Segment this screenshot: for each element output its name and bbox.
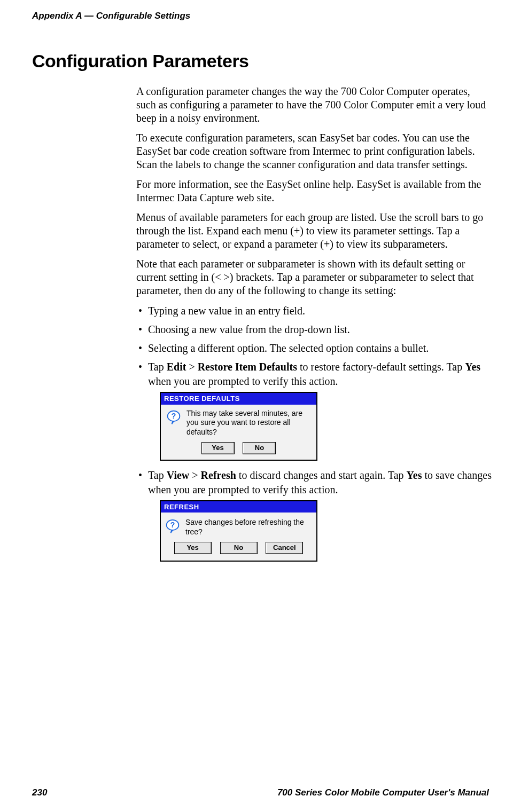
no-button[interactable]: No [220, 542, 258, 554]
paragraph: Menus of available parameters for each g… [136, 211, 492, 251]
refresh-dialog: REFRESH ? Save changes before refreshing… [160, 500, 317, 562]
dialog-message: Save changes before refreshing the tree? [185, 518, 312, 537]
bullet-text: Selecting a different option. The select… [148, 342, 429, 354]
yes-button[interactable]: Yes [174, 542, 212, 554]
manual-title: 700 Series Color Mobile Computer User's … [277, 787, 489, 798]
page-number: 230 [32, 787, 47, 798]
menu-restore-item-defaults: Restore Item Defaults [198, 361, 297, 373]
dialog-message: This may take several minutes, are you s… [186, 409, 311, 437]
bullet-text: Choosing a new value from the drop-down … [148, 324, 350, 335]
svg-text:?: ? [172, 411, 176, 420]
dialog-button-row: Yes No [166, 442, 311, 454]
list-item: Typing a new value in an entry field. [136, 304, 492, 318]
list-item: Choosing a new value from the drop-down … [136, 322, 492, 337]
bullet-text-mid: to discard changes and start again. Tap [236, 469, 407, 481]
menu-gt: > [186, 361, 197, 373]
page-header: Appendix A — Configurable Settings [32, 11, 489, 21]
page-footer: 230 700 Series Color Mobile Computer Use… [32, 787, 489, 798]
header-separator: — [82, 11, 96, 21]
paragraph: Note that each parameter or subparameter… [136, 257, 492, 297]
menu-gt: > [189, 469, 200, 481]
bullet-text-post: to restore factory-default settings. Tap [297, 361, 465, 373]
bullet-text: Typing a new value in an entry field. [148, 305, 305, 317]
dialog-title: RESTORE DEFAULTS [161, 393, 316, 405]
yes-button[interactable]: Yes [201, 442, 235, 454]
menu-view: View [167, 469, 190, 481]
list-item: Selecting a different option. The select… [136, 341, 492, 356]
list-item: Tap Edit > Restore Item Defaults to rest… [136, 360, 492, 461]
paragraph: To execute configuration parameters, sca… [136, 131, 492, 171]
action-list: Typing a new value in an entry field. Ch… [136, 304, 492, 562]
dialog-button-row: Yes No Cancel [165, 542, 312, 554]
section-title: Configuration Parameters [32, 51, 489, 72]
cancel-button[interactable]: Cancel [266, 542, 303, 554]
body-column: A configuration parameter changes the wa… [136, 85, 492, 562]
dialog-title: REFRESH [161, 501, 316, 513]
bullet-text-tail: when you are prompted to verify this act… [148, 375, 338, 387]
menu-edit: Edit [167, 361, 186, 373]
bullet-text-pre: Tap [148, 361, 167, 373]
yes-label: Yes [465, 361, 480, 373]
yes-label: Yes [407, 469, 422, 481]
paragraph: A configuration parameter changes the wa… [136, 85, 492, 125]
header-section: Configurable Settings [96, 11, 191, 21]
no-button[interactable]: No [243, 442, 276, 454]
appendix-label: Appendix A [32, 11, 82, 21]
question-balloon-icon: ? [165, 519, 180, 534]
list-item: Tap View > Refresh to discard changes an… [136, 468, 492, 562]
question-balloon-icon: ? [166, 410, 181, 425]
svg-text:?: ? [170, 521, 175, 529]
paragraph: For more information, see the EasySet on… [136, 178, 492, 204]
menu-refresh: Refresh [201, 469, 236, 481]
bullet-text-pre: Tap [148, 469, 167, 481]
restore-defaults-dialog: RESTORE DEFAULTS ? This may take several… [160, 392, 317, 461]
